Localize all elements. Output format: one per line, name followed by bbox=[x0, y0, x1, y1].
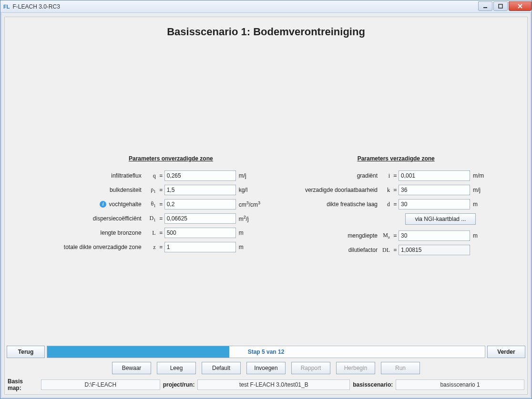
invoegen-button[interactable]: Invoegen bbox=[246, 362, 286, 374]
unsaturated-zone-column: Parameters onverzadigde zone infiltratie… bbox=[48, 155, 260, 257]
verder-button[interactable]: Verder bbox=[487, 346, 525, 358]
label-gradient: gradiënt bbox=[289, 172, 379, 179]
equals: = bbox=[392, 247, 399, 253]
ngi-kaartblad-button[interactable]: via NGI-kaartblad ... bbox=[405, 213, 476, 225]
basis-map-label: Basis map: bbox=[8, 378, 38, 391]
input-gradient[interactable] bbox=[399, 170, 470, 181]
input-bulkdensiteit[interactable] bbox=[164, 185, 236, 195]
row-infiltratieflux: infiltratieflux q = m/j bbox=[48, 169, 260, 183]
symbol-dispersie: D1 bbox=[143, 215, 158, 222]
terug-button[interactable]: Terug bbox=[7, 346, 45, 358]
saturated-zone-header: Parameters verzadigde zone bbox=[308, 155, 484, 162]
symbol-lengte-bronzone: L bbox=[143, 229, 158, 237]
progress-fill bbox=[47, 346, 229, 358]
unit-dispersie: m2/j bbox=[236, 215, 249, 222]
window-title: F-LEACH 3.0-RC3 bbox=[12, 3, 477, 10]
input-vochtgehalte[interactable] bbox=[164, 199, 236, 209]
project-run-value: test F-LEACH 3.0/test01_B bbox=[197, 379, 350, 390]
bottom-bar: Terug Stap 5 van 12 Verder Bewaar Leeg D… bbox=[5, 344, 527, 394]
herbegin-button: Herbegin bbox=[336, 362, 375, 374]
unit-dikte-freatisch: m bbox=[470, 201, 478, 208]
maximize-button[interactable] bbox=[493, 1, 508, 11]
row-dikte-onverz: totale dikte onverzadigde zone z = m bbox=[48, 240, 260, 254]
rapport-button: Rapport bbox=[291, 362, 330, 374]
input-infiltratieflux[interactable] bbox=[164, 170, 236, 181]
output-dilutiefactor bbox=[399, 245, 470, 255]
symbol-infiltratieflux: q bbox=[143, 172, 158, 180]
unit-doorlaat: m/j bbox=[470, 187, 481, 193]
basisscenario-value: basisscenario 1 bbox=[396, 379, 524, 390]
equals: = bbox=[392, 232, 399, 239]
label-dilutiefactor: dilutiefactor bbox=[289, 247, 379, 253]
svg-rect-0 bbox=[483, 7, 487, 8]
app-window: FL F-LEACH 3.0-RC3 Basisscenario 1: Bode… bbox=[0, 0, 532, 399]
leeg-button[interactable]: Leeg bbox=[157, 362, 196, 374]
symbol-gradient: i bbox=[379, 172, 392, 180]
unit-vochtgehalte: cm3/cm3 bbox=[236, 200, 260, 208]
label-lengte-bronzone: lengte bronzone bbox=[48, 229, 143, 236]
row-gradient: gradiënt i = m/m bbox=[289, 169, 484, 183]
row-dikte-freatisch: dikte freatische laag d = m bbox=[289, 197, 484, 211]
saturated-zone-column: Parameters verzadigde zone gradiënt i = … bbox=[289, 155, 484, 257]
unsaturated-zone-header: Parameters onverzadigde zone bbox=[82, 155, 260, 162]
info-icon[interactable]: i bbox=[100, 201, 106, 208]
unit-dikte-onverz: m bbox=[236, 244, 244, 250]
basisscenario-label: basisscenario: bbox=[353, 381, 393, 388]
row-lengte-bronzone: lengte bronzone L = m bbox=[48, 226, 260, 240]
svg-rect-1 bbox=[499, 4, 502, 8]
window-controls bbox=[477, 1, 532, 11]
unit-bulkdensiteit: kg/l bbox=[236, 187, 248, 193]
equals: = bbox=[392, 172, 399, 179]
progress-bar: Stap 5 van 12 bbox=[47, 346, 485, 358]
ngi-button-wrap: via NGI-kaartblad ... bbox=[405, 211, 484, 229]
minimize-button[interactable] bbox=[478, 1, 492, 11]
row-dispersie: dispersiecoëfficiënt D1 = m2/j bbox=[48, 211, 260, 226]
status-row: Basis map: D:\F-LEACH project/run: test … bbox=[5, 376, 527, 394]
row-dilutiefactor: dilutiefactor DL = bbox=[289, 243, 484, 257]
equals: = bbox=[158, 244, 164, 250]
equals: = bbox=[158, 215, 164, 222]
unit-lengte-bronzone: m bbox=[236, 229, 244, 236]
equals: = bbox=[158, 187, 164, 193]
input-lengte-bronzone[interactable] bbox=[164, 228, 236, 238]
close-button[interactable] bbox=[509, 1, 532, 11]
row-mengdiepte: mengdiepte Mz = m bbox=[289, 229, 484, 243]
project-run-label: project/run: bbox=[163, 381, 195, 388]
label-dikte-freatisch: dikte freatische laag bbox=[289, 201, 379, 208]
default-button[interactable]: Default bbox=[202, 362, 241, 374]
unit-infiltratieflux: m/j bbox=[236, 172, 246, 179]
equals: = bbox=[158, 201, 164, 208]
bewaar-button[interactable]: Bewaar bbox=[112, 362, 151, 374]
action-row: Bewaar Leeg Default Invoegen Rapport Her… bbox=[5, 360, 527, 376]
symbol-vochtgehalte: θ1 bbox=[143, 200, 158, 208]
row-doorlaat: verzadigde doorlaatbaarheid k = m/j bbox=[289, 183, 484, 197]
label-dispersie: dispersiecoëfficiënt bbox=[48, 215, 143, 222]
symbol-mengdiepte: Mz bbox=[379, 232, 392, 239]
titlebar: FL F-LEACH 3.0-RC3 bbox=[0, 0, 532, 13]
run-button: Run bbox=[381, 362, 420, 374]
nav-row: Terug Stap 5 van 12 Verder bbox=[5, 344, 527, 360]
equals: = bbox=[392, 187, 399, 193]
parameter-area: Parameters onverzadigde zone infiltratie… bbox=[5, 155, 527, 257]
equals: = bbox=[158, 229, 164, 236]
input-doorlaat[interactable] bbox=[399, 185, 470, 195]
label-vochtgehalte: i vochtgehalte bbox=[48, 201, 143, 208]
symbol-doorlaat: k bbox=[379, 187, 392, 194]
input-dispersie[interactable] bbox=[164, 213, 236, 224]
row-vochtgehalte: i vochtgehalte θ1 = cm3/cm3 bbox=[48, 197, 260, 211]
symbol-dilutiefactor: DL bbox=[379, 247, 392, 254]
unit-gradient: m/m bbox=[470, 172, 484, 179]
input-dikte-onverz[interactable] bbox=[164, 242, 236, 252]
label-mengdiepte: mengdiepte bbox=[289, 232, 379, 239]
symbol-dikte-freatisch: d bbox=[379, 201, 392, 208]
label-dikte-onverz: totale dikte onverzadigde zone bbox=[48, 244, 143, 250]
app-icon: FL bbox=[3, 4, 10, 10]
content-panel: Basisscenario 1: Bodemverontreiniging Pa… bbox=[4, 17, 528, 395]
symbol-dikte-onverz: z bbox=[143, 244, 158, 251]
input-dikte-freatisch[interactable] bbox=[399, 199, 470, 209]
basis-map-value: D:\F-LEACH bbox=[41, 379, 160, 390]
row-bulkdensiteit: bulkdensiteit ρ1 = kg/l bbox=[48, 183, 260, 197]
label-infiltratieflux: infiltratieflux bbox=[48, 172, 143, 179]
input-mengdiepte[interactable] bbox=[399, 230, 470, 241]
page-title: Basisscenario 1: Bodemverontreiniging bbox=[5, 26, 527, 38]
